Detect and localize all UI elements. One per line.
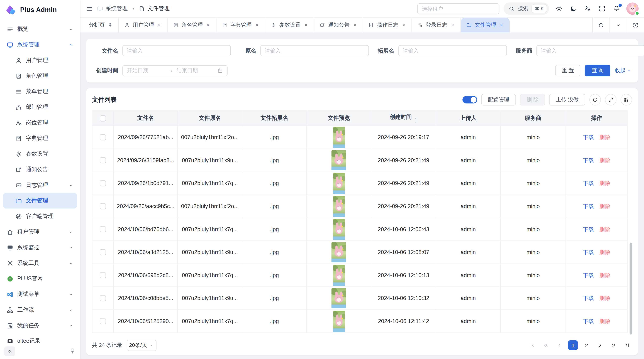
avatar[interactable] xyxy=(626,2,639,15)
sidebar-item-param-settings[interactable]: 参数设置 xyxy=(3,146,77,162)
sidebar-item-dept-management[interactable]: 部门管理 xyxy=(3,99,77,115)
tab-analysis[interactable]: 分析页 xyxy=(83,18,118,32)
breadcrumb-item[interactable]: 系统管理 xyxy=(97,5,128,12)
sidebar-pin-icon[interactable] xyxy=(69,348,76,355)
close-icon[interactable] xyxy=(401,22,406,27)
first-page-button[interactable] xyxy=(527,340,537,350)
sidebar-item-file-management[interactable]: 文件管理 xyxy=(3,193,77,208)
close-icon[interactable] xyxy=(499,22,504,27)
sidebar-item-role-management[interactable]: 角色管理 xyxy=(3,68,77,84)
config-management-button[interactable]: 配置管理 xyxy=(481,94,516,105)
sidebar-item-workflow[interactable]: 工作流 xyxy=(3,302,77,318)
query-button[interactable]: 查 询 xyxy=(585,65,610,76)
file-preview-thumbnail[interactable] xyxy=(332,288,346,308)
translate-icon[interactable] xyxy=(584,5,592,12)
row-checkbox[interactable] xyxy=(100,203,106,210)
sidebar-item-system-tools[interactable]: 系统工具 xyxy=(3,255,77,271)
sidebar-item-post-management[interactable]: 岗位管理 xyxy=(3,115,77,130)
filter-input-extension[interactable] xyxy=(398,45,507,56)
close-icon[interactable] xyxy=(450,22,455,27)
sidebar-item-overview[interactable]: 概览 xyxy=(3,21,77,37)
page-number-1[interactable]: 1 xyxy=(568,340,578,350)
bell-icon[interactable] xyxy=(613,5,620,12)
page-number-2[interactable]: 2 xyxy=(582,340,592,350)
row-checkbox[interactable] xyxy=(100,157,106,163)
pin-icon[interactable] xyxy=(108,22,113,28)
filter-input-vendor[interactable] xyxy=(536,45,644,56)
delete-link[interactable]: 删除 xyxy=(600,318,610,325)
filter-input-file-name[interactable] xyxy=(122,45,231,56)
file-preview-thumbnail[interactable] xyxy=(333,265,345,286)
close-icon[interactable] xyxy=(304,22,308,27)
upload-button[interactable]: 上传 没做 xyxy=(549,94,585,105)
download-link[interactable]: 下载 xyxy=(583,134,594,141)
row-checkbox[interactable] xyxy=(100,134,106,140)
row-checkbox[interactable] xyxy=(100,295,106,302)
close-icon[interactable] xyxy=(352,22,358,27)
sidebar-item-my-tasks[interactable]: 我的任务 xyxy=(3,318,77,333)
column-settings-button[interactable] xyxy=(620,94,632,105)
sidebar-item-client-management[interactable]: 客户端管理 xyxy=(3,208,77,224)
file-preview-thumbnail[interactable] xyxy=(332,150,346,170)
tab-op-log[interactable]: 操作日志 xyxy=(363,18,412,32)
sidebar-item-log-management[interactable]: DEV日志管理 xyxy=(3,177,77,193)
sort-asc-icon[interactable] xyxy=(413,117,418,120)
tab-dropdown-button[interactable] xyxy=(610,18,627,32)
download-link[interactable]: 下载 xyxy=(583,272,594,279)
delete-link[interactable]: 删除 xyxy=(600,226,610,233)
tab-user-management[interactable]: 用户管理 xyxy=(119,18,168,32)
download-link[interactable]: 下载 xyxy=(583,157,594,164)
table-scrollbar[interactable] xyxy=(630,243,632,335)
tab-fullscreen-button[interactable] xyxy=(627,18,644,32)
table-refresh-button[interactable] xyxy=(590,94,601,105)
tenant-select-input[interactable] xyxy=(417,3,499,14)
breadcrumb-item[interactable]: 文件管理 xyxy=(139,5,170,12)
moon-icon[interactable] xyxy=(570,5,577,12)
sidebar-item-user-management[interactable]: 用户管理 xyxy=(3,52,77,68)
close-icon[interactable] xyxy=(206,22,211,27)
row-checkbox[interactable] xyxy=(100,249,106,256)
row-checkbox[interactable] xyxy=(100,180,106,186)
filter-input-original-name[interactable] xyxy=(260,45,369,56)
row-checkbox[interactable] xyxy=(100,226,106,232)
file-preview-thumbnail[interactable] xyxy=(333,173,345,194)
menu-toggle-icon[interactable] xyxy=(86,5,93,12)
table-fullscreen-button[interactable] xyxy=(605,94,616,105)
global-search[interactable]: 搜索 ⌘ K xyxy=(504,2,549,15)
file-preview-thumbnail[interactable] xyxy=(333,219,345,240)
delete-link[interactable]: 删除 xyxy=(600,157,610,164)
row-checkbox[interactable] xyxy=(100,272,106,278)
sidebar-item-dict-management[interactable]: 字典管理 xyxy=(3,130,77,146)
tab-login-log[interactable]: 登录日志 xyxy=(412,18,461,32)
sidebar-item-system-monitor[interactable]: 系统监控 xyxy=(3,240,77,255)
delete-link[interactable]: 删除 xyxy=(600,203,610,210)
download-link[interactable]: 下载 xyxy=(583,318,594,325)
tab-role-management[interactable]: 角色管理 xyxy=(168,18,216,32)
delete-link[interactable]: 删除 xyxy=(600,249,610,256)
date-range-input[interactable]: 开始日期 结束日期 xyxy=(122,65,228,76)
sidebar-item-test-menu[interactable]: 测试菜单 xyxy=(3,287,77,302)
download-link[interactable]: 下载 xyxy=(583,226,594,233)
download-link[interactable]: 下载 xyxy=(583,203,594,210)
collapse-filters-link[interactable]: 收起 xyxy=(615,67,631,74)
file-preview-thumbnail[interactable] xyxy=(332,242,346,262)
download-link[interactable]: 下载 xyxy=(583,249,594,256)
logo[interactable]: Plus Admin xyxy=(0,0,80,20)
reset-button[interactable]: 重 置 xyxy=(555,65,580,76)
delete-link[interactable]: 删除 xyxy=(600,179,610,187)
tab-notice[interactable]: 通知公告 xyxy=(314,18,363,32)
close-icon[interactable] xyxy=(157,22,162,27)
file-preview-thumbnail[interactable] xyxy=(333,127,345,148)
delete-button[interactable]: 删 除 xyxy=(520,94,545,105)
row-checkbox[interactable] xyxy=(100,318,106,324)
prev-page-button[interactable] xyxy=(554,340,564,350)
search-toggle[interactable] xyxy=(462,96,477,103)
last-page-button[interactable] xyxy=(622,340,632,350)
file-preview-thumbnail[interactable] xyxy=(333,311,345,332)
sidebar-item-gitee-log[interactable]: gitee记录 xyxy=(3,333,77,343)
jump-next-button[interactable] xyxy=(609,340,618,350)
sort-control[interactable] xyxy=(413,117,418,123)
fullscreen-icon[interactable] xyxy=(598,5,606,12)
sort-desc-icon[interactable] xyxy=(413,120,418,123)
tab-file-management[interactable]: 文件管理 xyxy=(461,18,510,32)
